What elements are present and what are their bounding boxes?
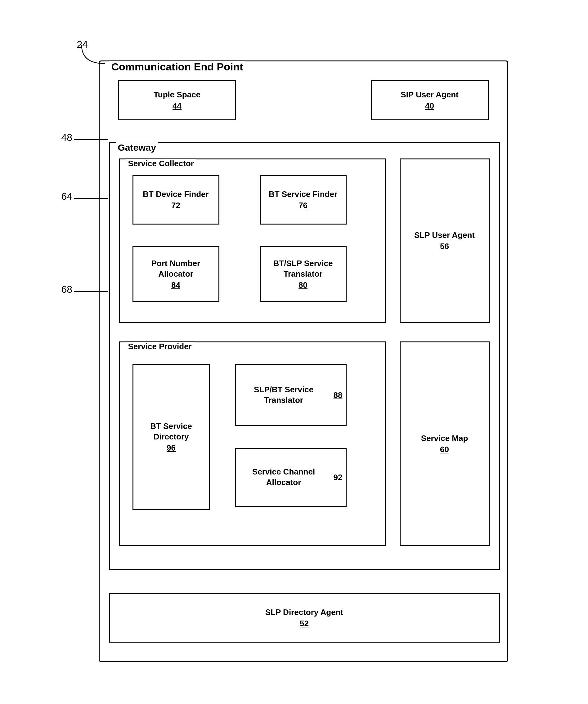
service-channel-allocator-label: Service Channel Allocator: [239, 467, 329, 488]
bt-service-finder-box: BT Service Finder 76: [260, 175, 346, 225]
gateway-box: Gateway Service Collector BT Device Find…: [109, 142, 500, 570]
service-channel-allocator-number: 92: [333, 473, 342, 482]
slp-user-agent-number: 56: [440, 242, 449, 251]
slp-user-agent-box: SLP User Agent 56: [399, 159, 490, 323]
port-number-allocator-box: Port Number Allocator 84: [132, 246, 219, 302]
bt-service-directory-label: BT Service Directory: [133, 421, 209, 442]
slpbt-service-translator-number: 88: [333, 391, 342, 400]
slpbt-service-translator-box: SLP/BT Service Translator 88: [235, 364, 346, 426]
slp-directory-agent-label: SLP Directory Agent: [265, 607, 343, 618]
bt-device-finder-number: 72: [171, 201, 180, 210]
bt-service-finder-label: BT Service Finder: [269, 189, 337, 200]
port-number-allocator-label: Port Number Allocator: [133, 258, 218, 280]
sip-user-agent-top-label: SIP User Agent: [400, 90, 458, 100]
service-provider-title: Service Provider: [126, 342, 194, 351]
gateway-title: Gateway: [116, 142, 158, 153]
service-provider-box: Service Provider BT Service Directory 96…: [119, 342, 386, 546]
slpbt-service-translator-label: SLP/BT Service Translator: [239, 385, 329, 406]
service-map-number: 60: [440, 445, 449, 454]
slp-directory-agent-number: 52: [300, 619, 309, 628]
tuple-space-number: 44: [172, 101, 181, 111]
page-container: 24 Communication End Point Tuple Space 4…: [0, 0, 588, 704]
slp-directory-agent-box: SLP Directory Agent 52: [109, 593, 500, 643]
btslp-service-translator-number: 80: [299, 280, 308, 290]
tuple-space-box: Tuple Space 44: [118, 80, 236, 120]
service-map-label: Service Map: [421, 433, 468, 444]
slp-user-agent-label: SLP User Agent: [414, 230, 475, 241]
btslp-service-translator-box: BT/SLP Service Translator 80: [260, 246, 346, 302]
tuple-space-label: Tuple Space: [154, 90, 201, 100]
comm-end-point-title: Communication End Point: [109, 61, 246, 73]
service-collector-title: Service Collector: [126, 159, 196, 168]
bt-service-directory-box: BT Service Directory 96: [132, 364, 210, 510]
btslp-service-translator-label: BT/SLP Service Translator: [261, 258, 346, 280]
diagram-area: 24 Communication End Point Tuple Space 4…: [61, 36, 527, 687]
port-number-allocator-number: 84: [171, 280, 180, 290]
bt-device-finder-box: BT Device Finder 72: [132, 175, 219, 225]
label-64: 64: [61, 191, 72, 202]
service-channel-allocator-box: Service Channel Allocator 92: [235, 448, 346, 507]
label-64-line: [74, 194, 111, 203]
communication-end-point-box: Communication End Point Tuple Space 44 S…: [99, 60, 508, 662]
bt-service-directory-number: 96: [167, 443, 176, 453]
label-68-line: [74, 287, 111, 296]
label-68: 68: [61, 284, 72, 295]
sip-user-agent-top-number: 40: [425, 101, 434, 111]
label-48: 48: [61, 132, 72, 143]
bt-device-finder-label: BT Device Finder: [143, 189, 209, 200]
label-48-line: [74, 135, 111, 144]
service-collector-box: Service Collector BT Device Finder 72 BT…: [119, 159, 386, 323]
bt-service-finder-number: 76: [299, 201, 308, 210]
service-map-box: Service Map 60: [399, 342, 490, 546]
sip-user-agent-top-box: SIP User Agent 40: [371, 80, 489, 120]
